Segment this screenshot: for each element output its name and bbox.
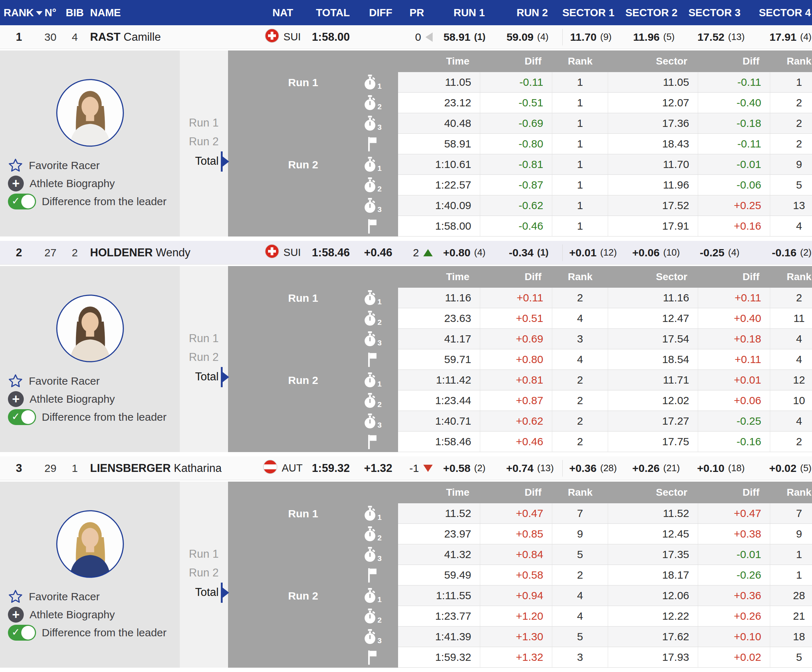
summary-stat-sector3: 17.52(13) (688, 31, 753, 43)
summary-stat-sector4: 17.91(4) (753, 31, 812, 43)
intermediate-number: 3 (377, 123, 382, 132)
detail-column-header-diff2: Diff (698, 56, 770, 67)
sector-rank-value: 2 (770, 113, 812, 134)
split-time-row: Run 1111.16+0.11211.16+0.112 (228, 288, 812, 308)
column-header-sector1[interactable]: SECTOR 1 (562, 7, 625, 19)
sector-rank-value: 1 (770, 72, 812, 92)
sector-time-value: 12.07 (608, 92, 698, 113)
athlete-summary-row[interactable]: 2272HOLDENER WendySUI1:58.46+0.462+0.80(… (0, 241, 812, 265)
view-selector-run1[interactable]: Run 1 (189, 547, 219, 562)
difference-from-leader-toggle[interactable]: ✓ (8, 625, 36, 641)
split-time-value: 59.49 (398, 565, 480, 585)
results-table-header: RANKN°BIBNAMENATTOTALDIFFPRRUN 1RUN 2SEC… (0, 0, 812, 25)
sector-diff-value: +0.18 (698, 329, 770, 349)
detail-column-header-rank2: Rank (770, 56, 812, 67)
athlete-summary-row[interactable]: 1304RAST CamilleSUI1:58.00058.91(1)59.09… (0, 25, 812, 49)
detail-column-header-diff: Diff (480, 487, 552, 498)
stat-rank: (5) (663, 31, 686, 43)
column-header-rank[interactable]: RANK (0, 7, 38, 19)
favorite-racer-button[interactable]: Favorite Racer (8, 373, 100, 390)
column-header-run2[interactable]: RUN 2 (499, 7, 562, 19)
favorite-racer-button[interactable]: Favorite Racer (8, 157, 100, 174)
split-time-value: 23.12 (398, 92, 480, 113)
view-selector-run1[interactable]: Run 1 (189, 115, 219, 130)
sector-diff-value: -0.01 (698, 544, 770, 565)
split-time-row: Run 211:10.61-0.81111.70-0.019 (228, 154, 812, 175)
column-header-sector2[interactable]: SECTOR 2 (625, 7, 688, 19)
column-header-sector4[interactable]: SECTOR 4 (753, 7, 812, 19)
rank-value: 1 (0, 31, 38, 44)
intermediate-number: 3 (377, 554, 382, 563)
view-selector-run2[interactable]: Run 2 (189, 134, 219, 149)
split-time-value: 1:11.55 (398, 585, 480, 606)
athlete-summary-row[interactable]: 3291LIENSBERGER KatharinaAUT1:59.32+1.32… (0, 457, 812, 480)
sector-time-value: 18.43 (608, 134, 698, 154)
column-header-total[interactable]: TOTAL (310, 7, 355, 19)
difference-from-leader-row: ✓Difference from the leader (8, 624, 166, 641)
stopwatch-2-icon: 2 (346, 524, 398, 544)
sector-time-value: 12.02 (608, 390, 698, 411)
detail-column-header-diff2: Diff (698, 271, 770, 283)
detail-column-header-sector: Sector (608, 271, 698, 283)
column-header-nat[interactable]: NAT (256, 7, 310, 19)
sector-diff-value: +0.47 (698, 503, 770, 524)
total-diff-value: +0.46 (355, 246, 397, 259)
stopwatch-1-icon: 1 (346, 503, 398, 524)
athlete-section: 2272HOLDENER WendySUI1:58.46+0.462+0.80(… (0, 241, 812, 452)
stat-value: -0.16 (772, 246, 797, 259)
stat-value: +0.58 (443, 462, 471, 474)
column-header-name[interactable]: NAME (87, 7, 256, 19)
summary-stat-sector3: -0.25(4) (688, 246, 753, 259)
position-change-up-icon (423, 249, 433, 256)
summary-stat-run1: +0.58(2) (436, 462, 499, 474)
athlete-biography-button[interactable]: +Athlete Biography (8, 175, 115, 192)
run-segment-label: Run 1 (228, 503, 346, 524)
stat-value: +0.06 (632, 246, 660, 259)
view-selector-run2[interactable]: Run 2 (189, 565, 219, 580)
column-header-bib[interactable]: BIB (63, 7, 87, 19)
intermediate-number: 1 (377, 82, 382, 91)
sector-diff-value: -0.26 (698, 565, 770, 585)
stopwatch-1-icon: 1 (346, 288, 398, 308)
difference-from-leader-toggle[interactable]: ✓ (8, 409, 36, 425)
sector-time-value: 18.17 (608, 565, 698, 585)
athlete-biography-button[interactable]: +Athlete Biography (8, 606, 115, 623)
rank-value: 2 (0, 246, 38, 259)
difference-from-leader-label: Difference from the leader (42, 195, 166, 208)
column-header-run1[interactable]: RUN 1 (436, 7, 499, 19)
finish-flag-icon (346, 647, 398, 668)
view-selector-total[interactable]: Total (195, 369, 219, 384)
view-selector: Run 1Run 2Total (180, 482, 228, 668)
difference-from-leader-toggle[interactable]: ✓ (8, 193, 36, 209)
athlete-surname: RAST (90, 31, 120, 43)
column-header-diff[interactable]: DIFF (355, 7, 397, 19)
run-segment-label (228, 195, 346, 216)
view-selector-total[interactable]: Total (195, 585, 219, 600)
split-rank-value: 5 (552, 627, 608, 647)
intermediate-number: 1 (377, 298, 382, 306)
split-time-value: 41.32 (398, 544, 480, 565)
toggle-knob (21, 195, 35, 209)
bib-value: 1 (63, 462, 87, 474)
summary-stat-sector1: +0.36(28) (562, 460, 625, 477)
split-diff-value: -0.62 (480, 195, 552, 216)
favorite-racer-button[interactable]: Favorite Racer (8, 588, 100, 605)
split-rank-value: 3 (552, 329, 608, 349)
selected-view-pointer-icon (221, 367, 231, 390)
sector-diff-value: +0.01 (698, 370, 770, 390)
view-selector-run1[interactable]: Run 1 (189, 331, 219, 346)
intermediate-number: 1 (377, 164, 382, 173)
split-time-value: 1:40.09 (398, 195, 480, 216)
split-time-row: 341.17+0.69317.54+0.184 (228, 329, 812, 349)
athlete-biography-button[interactable]: +Athlete Biography (8, 390, 115, 408)
column-header-pr[interactable]: PR (397, 7, 436, 19)
column-header-n[interactable]: N° (38, 7, 63, 19)
summary-stat-run1: +0.80(4) (436, 246, 499, 259)
column-header-sector3[interactable]: SECTOR 3 (688, 7, 753, 19)
split-diff-value: +0.69 (480, 329, 552, 349)
split-rank-value: 1 (552, 92, 608, 113)
split-times-table: TimeDiffRankSectorDiffRankRun 1111.05-0.… (228, 50, 812, 236)
split-rank-value: 4 (552, 585, 608, 606)
view-selector-total[interactable]: Total (195, 154, 219, 169)
view-selector-run2[interactable]: Run 2 (189, 350, 219, 365)
